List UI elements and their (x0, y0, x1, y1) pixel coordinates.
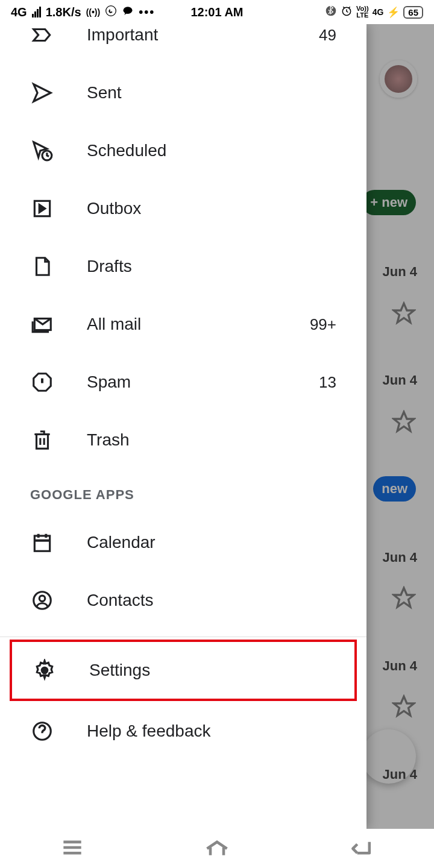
gear-icon (33, 658, 57, 682)
status-right: Vo))LTE 4G ⚡ 65 (325, 5, 423, 20)
drawer-label: Scheduled (87, 141, 336, 160)
vibrate-icon: ((•)) (86, 7, 101, 17)
calendar-icon (30, 530, 54, 555)
divider (0, 637, 366, 637)
sent-icon (30, 81, 54, 105)
drawer-item-trash[interactable]: Trash (0, 411, 366, 469)
bottom-navigation (0, 829, 434, 868)
all-mail-icon (30, 312, 54, 336)
drawer-item-help[interactable]: Help & feedback (0, 702, 366, 760)
whatsapp-icon (105, 5, 117, 20)
svg-rect-9 (34, 536, 49, 551)
drawer-label: Help & feedback (87, 722, 336, 741)
drawer-item-settings[interactable]: Settings (12, 642, 354, 699)
drawer-label: Drafts (87, 257, 336, 276)
drawer-count: 99+ (310, 315, 336, 334)
navigation-drawer: Important 49 Sent Scheduled Outbox Draft… (0, 24, 366, 829)
back-button[interactable] (348, 834, 375, 863)
drawer-label: Spam (87, 373, 286, 392)
more-icon: ••• (139, 5, 155, 19)
status-left: 4G 1.8K/s ((•)) ••• (11, 5, 155, 20)
signal-icon (32, 7, 41, 17)
contacts-icon (30, 588, 54, 612)
svg-point-12 (42, 667, 48, 673)
drawer-label: Settings (89, 661, 334, 680)
settings-highlight: Settings (10, 640, 357, 701)
bluetooth-icon (325, 5, 337, 20)
drawer-item-important[interactable]: Important 49 (0, 24, 366, 64)
drawer-item-drafts[interactable]: Drafts (0, 237, 366, 295)
battery-indicator: 65 (403, 6, 423, 19)
help-icon (30, 719, 54, 743)
charging-icon: ⚡ (387, 6, 400, 19)
spam-icon (30, 370, 54, 394)
data-speed: 1.8K/s (46, 5, 81, 19)
drawer-item-scheduled[interactable]: Scheduled (0, 122, 366, 180)
drawer-item-spam[interactable]: Spam 13 (0, 353, 366, 411)
drawer-item-calendar[interactable]: Calendar (0, 514, 366, 571)
outbox-icon (30, 197, 54, 221)
svg-point-11 (39, 596, 45, 602)
drawer-count: 49 (319, 26, 336, 45)
drawer-item-sent[interactable]: Sent (0, 64, 366, 122)
drawer-label: Contacts (87, 591, 336, 610)
scheduled-icon (30, 139, 54, 163)
svg-point-1 (124, 7, 133, 14)
volte-indicator: Vo))LTE (356, 5, 369, 19)
drawer-count: 13 (319, 373, 336, 392)
svg-point-0 (106, 5, 116, 16)
trash-icon (30, 428, 54, 452)
alarm-icon (341, 5, 353, 20)
network-type: 4G (11, 5, 27, 19)
drafts-icon (30, 254, 54, 278)
drawer-item-outbox[interactable]: Outbox (0, 180, 366, 237)
scrim-overlay[interactable] (366, 24, 434, 829)
clock: 12:01 AM (190, 5, 243, 19)
drawer-item-all-mail[interactable]: All mail 99+ (0, 295, 366, 353)
status-bar: 4G 1.8K/s ((•)) ••• 12:01 AM Vo))LTE 4G … (0, 0, 434, 24)
section-google-apps: GOOGLE APPS (0, 469, 366, 514)
important-icon (30, 24, 54, 47)
network-4g: 4G (373, 7, 384, 17)
svg-point-2 (326, 5, 336, 16)
drawer-label: Calendar (87, 533, 336, 552)
home-button[interactable] (204, 834, 230, 863)
drawer-label: All mail (87, 315, 277, 334)
chat-icon (122, 5, 134, 20)
svg-rect-8 (37, 435, 48, 449)
drawer-label: Outbox (87, 199, 336, 218)
menu-button[interactable] (59, 834, 86, 863)
drawer-item-contacts[interactable]: Contacts (0, 571, 366, 629)
drawer-label: Sent (87, 83, 336, 102)
drawer-label: Trash (87, 430, 336, 450)
drawer-label: Important (87, 25, 286, 45)
